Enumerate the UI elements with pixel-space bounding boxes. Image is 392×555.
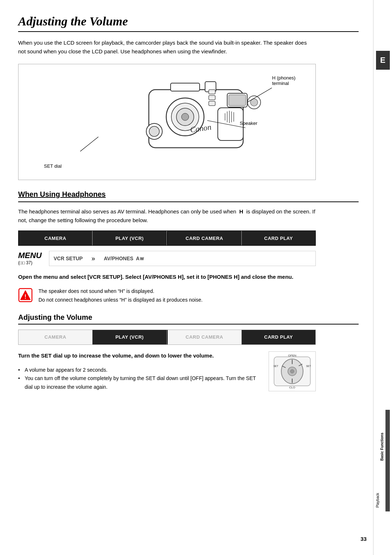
svg-point-4	[181, 113, 189, 121]
warning-icon: !	[18, 288, 33, 302]
svg-rect-20	[209, 90, 215, 94]
svg-rect-6	[229, 95, 246, 106]
sidebar-bar	[385, 410, 390, 511]
intro-text: When you use the LCD screen for playback…	[18, 38, 316, 56]
svg-point-19	[250, 99, 258, 106]
warning-line-1: The speaker does not sound when “H” is d…	[38, 287, 203, 296]
mode-play-vcr-2: PLAY (VCR)	[93, 330, 167, 344]
label-hphones: H (phones)terminal	[272, 75, 295, 86]
turn-text-col: Turn the SET dial up to increase the vol…	[18, 351, 258, 392]
svg-rect-9	[218, 108, 243, 140]
menu-word: MENU	[18, 252, 42, 260]
mode-bar-2: CAMERA PLAY (VCR) CARD CAMERA CARD PLAY	[18, 330, 316, 345]
sidebar-e-box: E	[376, 51, 390, 70]
set-dial-svg: OPEN CLO SET SET	[270, 353, 314, 389]
sidebar-labels: Basic Functions Playback	[373, 410, 392, 511]
right-sidebar: E Basic Functions Playback	[373, 0, 392, 555]
section2-divider	[18, 324, 359, 325]
section1-heading: When Using Headphones	[18, 190, 359, 199]
svg-rect-22	[209, 101, 215, 106]
mode-play-vcr-1: PLAY (VCR)	[93, 231, 167, 245]
mode-card-camera-2: CARD CAMERA	[167, 330, 242, 344]
camcorder-diagram: Canon H (phones)terminal	[18, 64, 316, 180]
label-speaker: Speaker	[240, 121, 257, 126]
mode-card-play-1: CARD PLAY	[242, 231, 315, 245]
menu-item-vcr-setup: VCR SETUP	[54, 256, 83, 261]
svg-rect-7	[171, 83, 200, 91]
bullet-item-2: You can turn off the volume completely b…	[18, 374, 258, 392]
menu-label-box: MENU (□□ 37)	[18, 252, 42, 265]
menu-ref: (□□ 37)	[18, 260, 32, 265]
section1-instruction: Open the menu and select [VCR SETUP]. Se…	[18, 273, 316, 281]
mode-camera-2: CAMERA	[19, 330, 93, 344]
page-container: Adjusting the Volume When you use the LC…	[0, 0, 392, 555]
svg-text:!: !	[24, 294, 26, 300]
svg-line-25	[80, 137, 98, 151]
set-dial-diagram: OPEN CLO SET SET	[269, 351, 316, 391]
warning-line-2: Do not connect headphones unless “H” is …	[38, 296, 203, 305]
section2-instruction: Turn the SET dial up to increase the vol…	[18, 351, 258, 360]
warning-svg: !	[18, 288, 33, 302]
title-divider	[18, 31, 359, 32]
bullet-item-1: A volume bar appears for 2 seconds.	[18, 366, 258, 375]
main-content: Adjusting the Volume When you use the LC…	[0, 0, 373, 555]
camcorder-svg: Canon	[113, 68, 294, 170]
menu-arrow: »	[91, 255, 95, 262]
section2-heading: Adjusting the Volume	[18, 313, 359, 322]
menu-row: MENU (□□ 37) VCR SETUP » AV/PHONES Aᴡ	[18, 251, 316, 266]
menu-items-row: VCR SETUP » AV/PHONES Aᴡ	[49, 251, 316, 266]
svg-text:CLO: CLO	[289, 386, 295, 389]
mode-bar-1: CAMERA PLAY (VCR) CARD CAMERA CARD PLAY	[18, 230, 316, 246]
svg-point-40	[290, 370, 294, 373]
turn-section: Turn the SET dial up to increase the vol…	[18, 351, 316, 392]
warning-box: ! The speaker does not sound when “H” is…	[18, 287, 316, 305]
diagram-inner: Canon H (phones)terminal	[19, 64, 315, 180]
mode-card-play-2: CARD PLAY	[242, 330, 315, 344]
svg-point-11	[149, 126, 159, 136]
sidebar-playback-label: Playback	[376, 493, 380, 508]
mode-card-camera-1: CARD CAMERA	[167, 231, 242, 245]
svg-text:SET: SET	[273, 365, 278, 367]
svg-rect-21	[209, 95, 215, 100]
mode-camera-1: CAMERA	[19, 231, 93, 245]
svg-text:OPEN: OPEN	[288, 354, 297, 357]
section1-text: The headphones terminal also serves as A…	[18, 207, 316, 225]
page-number: 33	[360, 536, 367, 542]
sidebar-basic-label: Basic Functions	[380, 433, 384, 461]
svg-text:SET: SET	[306, 365, 311, 367]
label-setdial: SET dial	[44, 163, 62, 169]
warning-text: The speaker does not sound when “H” is d…	[38, 287, 203, 305]
page-title: Adjusting the Volume	[18, 15, 359, 28]
bullet-list: A volume bar appears for 2 seconds. You …	[18, 366, 258, 392]
menu-item-avphones: AV/PHONES Aᴡ	[104, 256, 144, 261]
section1-divider	[18, 201, 359, 202]
